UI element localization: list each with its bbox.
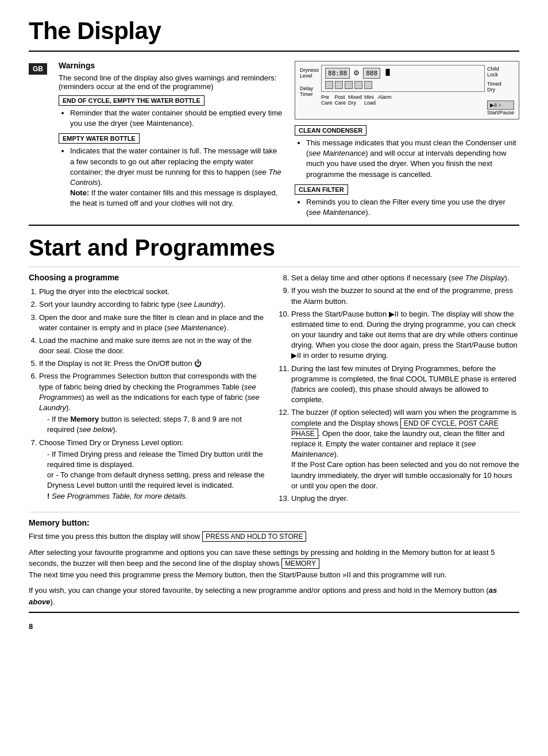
diagram-row1: 88:88 ⚙ 888 ▐▌ xyxy=(325,68,481,79)
memory-line1: First time you press this button the dis… xyxy=(29,532,200,541)
diagram-panel: 88:88 ⚙ 888 ▐▌ xyxy=(321,65,485,92)
pre-care-label: PreCare xyxy=(321,94,333,106)
button-3[interactable] xyxy=(345,81,353,89)
post-care-label: PostCare xyxy=(335,94,346,106)
divider-memory xyxy=(29,512,519,512)
gb-label: GB xyxy=(29,63,47,75)
diagram-left-labels: DrynessLevel DelayTimer xyxy=(300,65,319,97)
choosing-title: Choosing a programme xyxy=(29,273,267,282)
display-bars: ▐▌ xyxy=(383,68,393,79)
end-of-cycle-box: END OF CYCLE, POST CARE PHASE xyxy=(291,418,499,439)
memory-para1-end: The next time you need this programme pr… xyxy=(29,570,447,579)
list-item: Reminds you to clean the Filter every ti… xyxy=(306,197,519,218)
warning-label-1: END OF CYCLE, EMPTY THE WATER BOTTLE xyxy=(59,95,204,106)
list-item: If you wish the buzzer to sound at the e… xyxy=(291,286,519,306)
start-pause-btn[interactable]: ▶II ○ xyxy=(487,101,514,110)
warning-label-2: EMPTY WATER BOTTLE xyxy=(59,133,140,144)
clean-filter-block: CLEAN FILTER Reminds you to clean the Fi… xyxy=(295,184,519,218)
mini-load-label: MiniLoad xyxy=(364,94,376,106)
button-5[interactable] xyxy=(364,81,372,89)
memory-note: - If the Memory button is selected; step… xyxy=(39,414,267,435)
timed-dry-label: TimedDry xyxy=(487,81,514,92)
clean-condenser-bullets: This message indicates that you must cle… xyxy=(295,138,519,180)
clean-condenser-block: CLEAN CONDENSER This message indicates t… xyxy=(295,125,519,180)
display-segment2: 888 xyxy=(363,68,380,79)
right-steps-list: Set a delay time and other options if ne… xyxy=(281,273,519,504)
divider-bottom xyxy=(29,612,519,613)
choosing-list: Plug the dryer into the electrical socke… xyxy=(29,287,267,502)
divider-after-title xyxy=(29,267,519,267)
memory-title: Memory button: xyxy=(29,518,519,527)
list-item: If the Display is not lit: Press the On/… xyxy=(39,358,267,369)
appliance-diagram: DrynessLevel DelayTimer 88:88 ⚙ 888 ▐▌ xyxy=(295,61,519,119)
dryness-level-label: DrynessLevel xyxy=(300,67,319,79)
list-item: Press the Programmes Selection button th… xyxy=(39,371,267,435)
start-pause-area: ▶II ○ Start/Pause xyxy=(487,101,514,115)
page-container: The Display GB Warnings The second line … xyxy=(0,0,548,642)
programmes-right: Set a delay time and other options if ne… xyxy=(281,273,519,506)
divider-mid xyxy=(29,225,519,226)
list-item: Sort your laundry according to fabric ty… xyxy=(39,299,267,310)
delay-timer-label: DelayTimer xyxy=(300,86,319,97)
button-2[interactable] xyxy=(335,81,343,89)
divider-top xyxy=(29,51,519,52)
alarm-label: Alarm xyxy=(378,94,392,106)
memory-para-3: If you wish, you can change your stored … xyxy=(29,585,519,607)
list-item: During the last few minutes of Drying Pr… xyxy=(291,364,519,406)
programmes-left: Choosing a programme Plug the dryer into… xyxy=(29,273,267,506)
list-item: Load the machine and make sure items are… xyxy=(39,335,267,356)
mixed-dry-label: MixedDry xyxy=(348,94,362,106)
timed-dry-note: - If Timed Drying press and release the … xyxy=(39,449,267,502)
warning-block-1: END OF CYCLE, EMPTY THE WATER BOTTLE Rem… xyxy=(59,95,283,129)
page-title: The Display xyxy=(29,17,519,45)
memory-para-2: After selecting your favourite programme… xyxy=(29,547,519,581)
button-4[interactable] xyxy=(354,81,362,89)
warning-block-2: EMPTY WATER BOTTLE Indicates that the wa… xyxy=(59,133,283,209)
list-item: Press the Start/Pause button ▶II to begi… xyxy=(291,309,519,361)
list-item: Open the door and make sure the filter i… xyxy=(39,313,267,333)
list-item: This message indicates that you must cle… xyxy=(306,138,519,180)
start-pause-label: Start/Pause xyxy=(487,110,514,115)
warnings-subtitle: The second line of the display also give… xyxy=(59,74,283,91)
press-hold-box: PRESS AND HOLD TO STORE xyxy=(202,531,306,542)
warning-bullets-2: Indicates that the water container is fu… xyxy=(59,146,283,209)
button-1[interactable] xyxy=(325,81,333,89)
right-column: DrynessLevel DelayTimer 88:88 ⚙ 888 ▐▌ xyxy=(295,61,519,222)
memory-box: MEMORY xyxy=(281,558,319,569)
list-item: Choose Timed Dry or Dryness Level option… xyxy=(39,438,267,502)
gb-section: GB Warnings The second line of the displ… xyxy=(29,61,519,222)
section2-title: Start and Programmes xyxy=(29,235,519,261)
memory-section: Memory button: First time you press this… xyxy=(29,518,519,607)
list-item: Unplug the dryer. xyxy=(291,493,519,504)
diagram-center: 88:88 ⚙ 888 ▐▌ xyxy=(321,65,485,106)
memory-para1-text: After selecting your favourite programme… xyxy=(29,548,495,568)
warning-bullets-1: Reminder that the water container should… xyxy=(59,108,283,129)
list-item: Reminder that the water container should… xyxy=(70,108,283,129)
clean-filter-bullets: Reminds you to clean the Filter every ti… xyxy=(295,197,519,218)
list-item: Set a delay time and other options if ne… xyxy=(291,273,519,283)
clean-condenser-label: CLEAN CONDENSER xyxy=(295,125,366,136)
child-lock-label: ChildLock xyxy=(487,66,514,78)
page-number: 8 xyxy=(29,622,519,631)
diagram-bottom-labels: PreCare PostCare MixedDry MiniLoad Alarm xyxy=(321,94,485,106)
diagram-right: ChildLock TimedDry ▶II ○ Start/Pause xyxy=(487,65,514,115)
memory-para-1: First time you press this button the dis… xyxy=(29,531,519,542)
list-item: The buzzer (if option selected) will war… xyxy=(291,407,519,491)
display-icon1: ⚙ xyxy=(352,68,361,79)
warnings-title: Warnings xyxy=(59,61,283,70)
list-item: Plug the dryer into the electrical socke… xyxy=(39,287,267,297)
programmes-content: Choosing a programme Plug the dryer into… xyxy=(29,273,519,506)
display-segment: 88:88 xyxy=(325,68,350,79)
diagram-row2 xyxy=(325,81,481,89)
clean-filter-label: CLEAN FILTER xyxy=(295,184,348,195)
left-column: Warnings The second line of the display … xyxy=(59,61,283,222)
list-item: Indicates that the water container is fu… xyxy=(70,146,283,209)
